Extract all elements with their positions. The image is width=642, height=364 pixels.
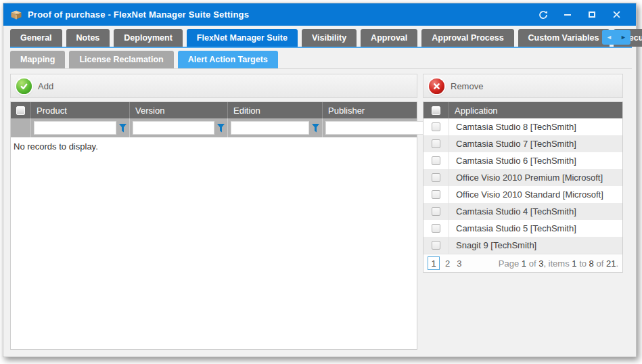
product-filter-input[interactable] xyxy=(34,121,116,135)
column-header-edition[interactable]: Edition xyxy=(228,102,323,118)
edition-filter-input[interactable] xyxy=(231,121,309,135)
package-icon xyxy=(10,9,22,20)
application-name: Camtasia Studio 5 [TechSmith] xyxy=(449,223,576,233)
remove-toolbar: Remove xyxy=(423,74,623,98)
row-checkbox[interactable] xyxy=(432,173,440,182)
row-checkbox[interactable] xyxy=(432,156,440,165)
applications-grid-header: Application xyxy=(423,102,622,118)
maximize-icon xyxy=(589,12,595,18)
row-checkbox[interactable] xyxy=(432,139,440,148)
proof-of-purchase-panel: Add Product Version Edition Publisher xyxy=(10,74,417,350)
remove-icon xyxy=(429,78,444,94)
column-header-version[interactable]: Version xyxy=(130,102,228,118)
select-all-cell xyxy=(11,102,31,118)
page-button-2[interactable]: 2 xyxy=(445,258,450,269)
add-icon xyxy=(16,78,32,94)
application-row[interactable]: Snagit 9 [TechSmith] xyxy=(423,237,622,254)
tab-visibility[interactable]: Visibility xyxy=(302,29,357,47)
tab-alert-action-targets[interactable]: Alert Action Targets xyxy=(178,51,278,68)
application-row[interactable]: Camtasia Studio 5 [TechSmith] xyxy=(423,220,622,237)
application-row[interactable]: Camtasia Studio 8 [TechSmith] xyxy=(423,118,622,135)
tab-approval[interactable]: Approval xyxy=(361,29,417,47)
remove-button-label: Remove xyxy=(451,81,483,91)
filter-cell-edition xyxy=(228,118,323,137)
tab-notes[interactable]: Notes xyxy=(66,29,110,47)
application-name: Snagit 9 [TechSmith] xyxy=(449,240,536,250)
application-row[interactable]: Camtasia Studio 6 [TechSmith] xyxy=(423,152,622,169)
application-row[interactable]: Office Visio 2010 Premium [Microsoft] xyxy=(423,169,622,186)
application-name: Office Visio 2010 Premium [Microsoft] xyxy=(449,173,603,183)
close-icon xyxy=(613,11,620,18)
application-row[interactable]: Camtasia Studio 7 [TechSmith] xyxy=(423,135,622,152)
pagination-bar: 1 2 3 Page 1 of 3, items 1 to 8 of 21. xyxy=(423,254,622,272)
add-button-label: Add xyxy=(38,81,53,91)
application-name: Office Visio 2010 Standard [Microsoft] xyxy=(449,189,603,200)
application-name: Camtasia Studio 4 [TechSmith] xyxy=(449,206,576,217)
primary-tabstrip: General Notes Deployment FlexNet Manager… xyxy=(10,29,632,48)
filter-icon xyxy=(312,124,319,133)
version-filter-input[interactable] xyxy=(133,121,214,135)
applications-panel: Remove Application Camtasia Studio 8 [Te… xyxy=(423,74,623,273)
application-name: Camtasia Studio 8 [TechSmith] xyxy=(449,122,576,132)
empty-grid-message: No records to display. xyxy=(11,137,417,156)
tab-general[interactable]: General xyxy=(10,29,62,47)
refresh-button[interactable] xyxy=(536,8,551,22)
select-all-applications-checkbox[interactable] xyxy=(432,106,440,115)
select-all-applications-cell xyxy=(423,102,449,118)
close-button[interactable] xyxy=(609,8,624,22)
column-header-publisher[interactable]: Publisher xyxy=(323,102,417,118)
refresh-icon xyxy=(538,10,548,20)
add-button[interactable]: Add xyxy=(16,78,53,94)
filter-cell-version xyxy=(130,118,228,137)
applications-grid: Application Camtasia Studio 8 [TechSmith… xyxy=(423,101,623,273)
product-filter-button[interactable] xyxy=(119,122,127,133)
products-grid-header: Product Version Edition Publisher xyxy=(11,102,417,118)
tab-license-reclamation[interactable]: License Reclamation xyxy=(69,51,173,68)
maximize-button[interactable] xyxy=(584,8,599,22)
tab-scroll-right-icon[interactable]: ► xyxy=(620,34,626,41)
filter-row xyxy=(11,118,417,137)
application-name: Camtasia Studio 7 [TechSmith] xyxy=(449,139,576,149)
row-checkbox[interactable] xyxy=(432,122,440,131)
products-grid: Product Version Edition Publisher xyxy=(10,101,417,350)
filter-checkbox-cell xyxy=(11,118,31,137)
publisher-filter-input[interactable] xyxy=(325,121,437,135)
pager-summary: Page 1 of 3, items 1 to 8 of 21. xyxy=(499,258,618,269)
add-toolbar: Add xyxy=(10,74,417,98)
page-button-1[interactable]: 1 xyxy=(428,256,440,270)
tab-mapping[interactable]: Mapping xyxy=(10,51,65,68)
column-header-product[interactable]: Product xyxy=(31,102,130,118)
tab-flexnet-manager-suite[interactable]: FlexNet Manager Suite xyxy=(187,29,298,47)
page-button-3[interactable]: 3 xyxy=(457,258,461,269)
tab-deployment[interactable]: Deployment xyxy=(114,29,183,47)
titlebar: Proof of purchase - FlexNet Manager Suit… xyxy=(3,3,636,26)
application-row[interactable]: Office Visio 2010 Standard [Microsoft] xyxy=(423,186,622,203)
filter-icon xyxy=(119,124,127,133)
filter-cell-product xyxy=(31,118,130,137)
secondary-tabstrip: Mapping License Reclamation Alert Action… xyxy=(10,51,632,69)
tab-custom-variables[interactable]: Custom Variables xyxy=(518,29,610,47)
version-filter-button[interactable] xyxy=(217,122,225,133)
remove-button[interactable]: Remove xyxy=(429,78,483,94)
row-checkbox[interactable] xyxy=(432,190,440,199)
minimize-icon xyxy=(564,14,571,16)
row-checkbox[interactable] xyxy=(432,224,440,233)
row-checkbox[interactable] xyxy=(432,207,440,216)
row-checkbox[interactable] xyxy=(432,241,440,250)
window-title: Proof of purchase - FlexNet Manager Suit… xyxy=(28,9,536,20)
application-row[interactable]: Camtasia Studio 4 [TechSmith] xyxy=(423,203,622,220)
tab-scroll-left-icon[interactable]: ◄ xyxy=(606,34,612,41)
select-all-checkbox[interactable] xyxy=(16,106,25,115)
minimize-button[interactable] xyxy=(560,8,575,22)
tab-scroll-control: ◄ ► xyxy=(602,30,630,45)
tab-approval-process[interactable]: Approval Process xyxy=(421,29,513,47)
column-header-application[interactable]: Application xyxy=(449,102,622,118)
filter-icon xyxy=(217,124,225,133)
settings-dialog: Proof of purchase - FlexNet Manager Suit… xyxy=(3,3,637,357)
edition-filter-button[interactable] xyxy=(312,122,319,133)
application-name: Camtasia Studio 6 [TechSmith] xyxy=(449,156,576,166)
